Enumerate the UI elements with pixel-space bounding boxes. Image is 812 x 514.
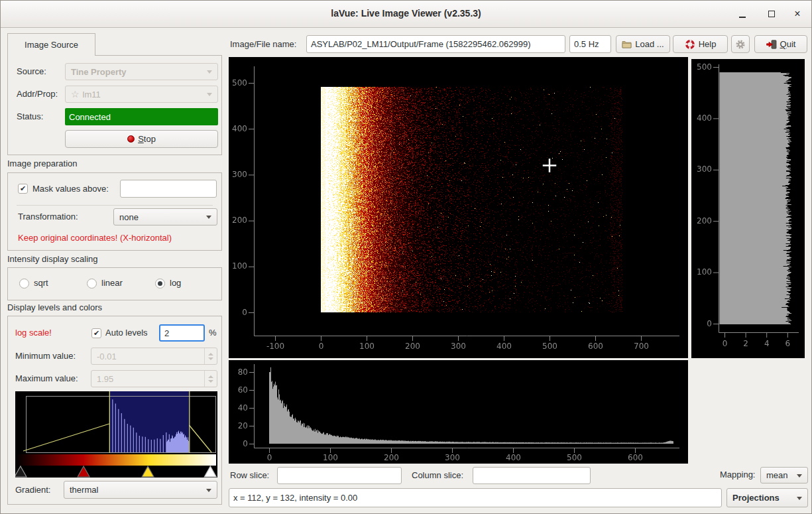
mapping-combo[interactable]: mean	[760, 467, 808, 483]
spin-up-icon[interactable]	[208, 375, 213, 378]
image-file-input[interactable]	[306, 35, 565, 53]
mask-values-checkbox[interactable]: ✔	[18, 184, 28, 194]
maximize-icon	[768, 11, 775, 17]
row-projection-plot[interactable]	[691, 59, 805, 358]
chevron-down-icon	[797, 474, 802, 478]
column-slice-label: Column slice:	[412, 467, 463, 484]
help-button-label: Help	[699, 39, 717, 49]
quit-door-icon	[766, 40, 777, 49]
status-label: Status:	[17, 108, 43, 125]
favorite-star-icon: ☆	[71, 89, 80, 99]
column-slice-input[interactable]	[473, 467, 591, 484]
minimize-icon	[739, 17, 746, 18]
record-stop-icon	[127, 135, 135, 143]
mask-values-input[interactable]	[120, 180, 217, 198]
gear-icon	[735, 39, 746, 50]
chevron-down-icon	[206, 489, 211, 492]
settings-button[interactable]	[731, 35, 750, 53]
auto-levels-checkbox[interactable]: ✔	[91, 328, 101, 338]
chevron-down-icon	[207, 93, 212, 96]
image-file-label: Image/File name:	[230, 35, 296, 53]
load-button[interactable]: Load ...	[616, 35, 670, 53]
chevron-down-icon	[797, 497, 802, 500]
mask-values-label: Mask values above:	[32, 180, 109, 198]
source-label: Source:	[17, 63, 46, 80]
projections-button[interactable]: Projections	[726, 488, 808, 507]
row-slice-input[interactable]	[277, 467, 402, 484]
radio-linear-label: linear	[101, 275, 123, 292]
intensity-histogram-plot[interactable]	[229, 360, 688, 464]
status-badge: Connected	[65, 108, 218, 125]
row-slice-label: Row slice:	[230, 467, 269, 484]
chevron-down-icon	[207, 70, 212, 74]
quit-button-label: Quit	[780, 39, 796, 49]
lavue-window: laVue: Live Image Viewer (v2.35.3) × Ima…	[0, 0, 812, 514]
lifebuoy-help-icon	[685, 39, 695, 50]
radio-sqrt[interactable]	[19, 279, 29, 289]
main-image-plot[interactable]	[229, 57, 688, 358]
stop-button-label: Stop	[138, 134, 156, 144]
maximize-button[interactable]	[762, 6, 782, 22]
auto-levels-percent-input[interactable]	[159, 324, 205, 342]
load-button-label: Load ...	[635, 39, 664, 49]
intensity-scaling-title: Intensity display scaling	[7, 254, 98, 265]
maximum-value-label: Maximum value:	[15, 370, 78, 387]
maximum-value-spinner[interactable]: 1.95	[91, 370, 217, 387]
display-levels-title: Display levels and colors	[7, 302, 102, 313]
window-title: laVue: Live Image Viewer (v2.35.3)	[1, 8, 811, 19]
percent-label: %	[209, 324, 217, 342]
radio-linear[interactable]	[87, 279, 97, 289]
spin-down-icon[interactable]	[208, 357, 213, 360]
log-scale-note: log scale!	[15, 324, 52, 342]
minimum-value-label: Minimum value:	[15, 348, 76, 365]
help-button[interactable]: Help	[673, 35, 728, 53]
gradient-label: Gradient:	[15, 481, 50, 499]
pixel-status-field: x = 112, y = 132, intensity = 0.00	[229, 488, 722, 507]
gradient-combo[interactable]: thermal	[64, 481, 217, 499]
folder-icon	[622, 40, 632, 48]
minimum-value-spinner[interactable]: -0.01	[91, 348, 217, 365]
coordinates-warning: Keep original coordinates! (X-horizontal…	[18, 229, 172, 247]
separator	[17, 205, 213, 206]
radio-log-label: log	[170, 275, 181, 292]
spin-up-icon[interactable]	[208, 353, 213, 355]
mapping-label: Mapping:	[720, 466, 755, 483]
radio-log[interactable]	[155, 279, 165, 289]
addr-prop-combo[interactable]: ☆ lm11	[65, 86, 218, 103]
refresh-rate-field[interactable]: 0.5 Hz	[569, 35, 611, 53]
stop-button[interactable]: Stop	[65, 130, 218, 148]
auto-levels-label: Auto levels	[105, 324, 148, 342]
chevron-down-icon	[206, 216, 211, 219]
radio-sqrt-label: sqrt	[34, 275, 48, 292]
tab-image-source[interactable]: Image Source	[7, 33, 95, 56]
quit-button[interactable]: Quit	[754, 35, 807, 53]
source-combo[interactable]: Tine Property	[65, 63, 218, 80]
addr-prop-label: Addr/Prop:	[17, 86, 58, 103]
image-preparation-title: Image preparation	[7, 159, 78, 169]
transformation-combo[interactable]: none	[113, 208, 217, 225]
close-button[interactable]: ×	[787, 6, 807, 22]
titlebar: laVue: Live Image Viewer (v2.35.3) ×	[1, 1, 811, 28]
transformation-label: Transformation:	[18, 208, 78, 225]
lut-histogram-widget[interactable]	[15, 391, 217, 478]
minimize-button[interactable]	[732, 6, 752, 22]
spin-down-icon[interactable]	[208, 380, 213, 383]
close-icon: ×	[794, 9, 800, 19]
